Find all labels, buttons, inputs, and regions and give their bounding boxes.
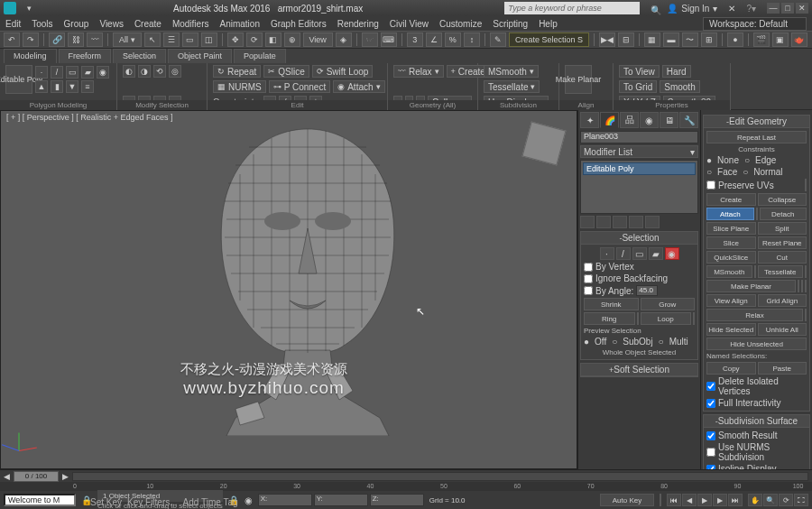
- rollout-edit-geometry-header[interactable]: - Edit Geometry: [704, 116, 809, 128]
- preserve-uvs-checkbox[interactable]: Preserve UVs□: [706, 179, 807, 191]
- bind-spacewarp-button[interactable]: 〰: [87, 32, 103, 47]
- next-frame-button[interactable]: ▶: [713, 494, 727, 506]
- planar-x[interactable]: X: [798, 280, 799, 292]
- so-poly[interactable]: ▰: [81, 66, 94, 79]
- so-vertex[interactable]: ·: [35, 66, 48, 79]
- sel-element[interactable]: ◉: [665, 247, 679, 260]
- select-object-button[interactable]: ↖: [144, 32, 161, 47]
- make-unique-button[interactable]: [613, 216, 627, 228]
- sel-border[interactable]: ▭: [632, 247, 647, 260]
- prev-frame-button[interactable]: ◀: [682, 494, 697, 506]
- modifier-stack[interactable]: Editable Poly: [580, 160, 698, 214]
- repeat-last-button[interactable]: Repeat Last: [706, 131, 807, 143]
- swift-loop-button[interactable]: ⟳ Swift Loop: [312, 65, 374, 78]
- menu-animation[interactable]: Animation: [219, 19, 259, 29]
- hard-button[interactable]: Hard: [662, 65, 691, 78]
- preview-multi[interactable]: Multi: [669, 337, 688, 347]
- to-grid-button[interactable]: To Grid: [619, 80, 657, 93]
- ribbon-tab-object-paint[interactable]: Object Paint: [168, 49, 232, 63]
- set-key-button[interactable]: Set Key: [90, 497, 122, 507]
- show-end[interactable]: ▮: [51, 80, 63, 93]
- tessellate-button[interactable]: Tessellate: [758, 265, 804, 278]
- detach-button[interactable]: Detach: [760, 208, 807, 220]
- viewport-label[interactable]: [ + ] [ Perspective ] [ Realistic + Edge…: [6, 113, 173, 122]
- ms-shrink[interactable]: ◑: [138, 65, 151, 78]
- goto-start-button[interactable]: ⏮: [667, 494, 681, 506]
- loop-button[interactable]: Loop: [641, 312, 692, 325]
- tab-motion[interactable]: ◉: [640, 112, 659, 128]
- view-align-button[interactable]: View Align: [706, 294, 756, 307]
- key-filter-dropdown[interactable]: Selected: [660, 494, 661, 506]
- mirror-button[interactable]: ▶◀: [599, 32, 615, 47]
- menu-scripting[interactable]: Scripting: [493, 19, 528, 29]
- search-icon[interactable]: 🔍: [651, 5, 656, 11]
- unlink-button[interactable]: ⛓: [68, 32, 84, 47]
- angle-snap-button[interactable]: ∠: [426, 32, 442, 47]
- help-icon[interactable]: ?▾: [746, 4, 756, 14]
- attach-button[interactable]: Attach: [706, 208, 754, 220]
- relax-button-ribbon[interactable]: 〰 Relax ▾: [393, 65, 444, 78]
- rollout-soft-selection-header[interactable]: + Soft Selection: [581, 364, 697, 376]
- cut-button[interactable]: Cut: [758, 251, 807, 264]
- editable-poly-mode[interactable]: Editable Poly: [5, 65, 32, 94]
- to-view-button[interactable]: To View: [619, 65, 660, 78]
- grid-align-button[interactable]: Grid Align: [758, 294, 807, 307]
- preview-off[interactable]: Off: [595, 337, 606, 347]
- maxscript-listener[interactable]: [4, 494, 76, 506]
- undo-button[interactable]: ↶: [4, 32, 20, 47]
- edit-named-sel-button[interactable]: ✎: [490, 32, 506, 47]
- preview-subobj[interactable]: SubObj: [623, 337, 652, 347]
- coord-x[interactable]: X:: [258, 494, 312, 506]
- slice-button[interactable]: Slice: [706, 236, 756, 249]
- so-element[interactable]: ◉: [97, 66, 109, 79]
- qslice-button[interactable]: ✂ QSlice: [263, 65, 309, 78]
- auto-key-button[interactable]: Auto Key: [600, 494, 654, 506]
- selection-lock-icon[interactable]: ◉: [245, 495, 253, 505]
- menu-views[interactable]: Views: [99, 19, 124, 29]
- move-button[interactable]: ✥: [227, 32, 244, 47]
- add-time-tag-button[interactable]: Add Time Tag: [183, 497, 238, 507]
- menu-modifiers[interactable]: Modifiers: [172, 19, 209, 29]
- window-crossing-button[interactable]: ◫: [201, 32, 217, 47]
- by-angle-checkbox[interactable]: [584, 286, 593, 295]
- ref-coord-dropdown[interactable]: View: [303, 32, 333, 47]
- sign-in-button[interactable]: 👤Sign In▾: [667, 4, 717, 14]
- render-frame-button[interactable]: ▣: [772, 32, 789, 47]
- con-normal-radio[interactable]: Normal: [753, 167, 782, 177]
- exchange-icon[interactable]: ✕: [728, 4, 735, 14]
- prev-mod[interactable]: ▲: [35, 80, 48, 93]
- menu-civil-view[interactable]: Civil View: [390, 19, 429, 29]
- named-selection-dropdown[interactable]: Create Selection S: [509, 32, 589, 47]
- manipulate-button[interactable]: ☞: [362, 32, 378, 47]
- so-border[interactable]: ▭: [66, 66, 78, 79]
- make-planar-button[interactable]: Make Planar: [706, 280, 796, 292]
- scale-button[interactable]: ◧: [265, 32, 281, 47]
- ribbon-tab-modeling[interactable]: Modeling: [4, 49, 57, 63]
- msmooth-button[interactable]: MSmooth: [706, 265, 752, 278]
- curve-editor-button[interactable]: 〜: [682, 32, 698, 47]
- coord-z[interactable]: Z:: [370, 494, 424, 506]
- tab-display[interactable]: 🖥: [660, 112, 678, 128]
- ms-loop[interactable]: ⟲: [153, 65, 166, 78]
- planar-y[interactable]: Y: [801, 280, 803, 292]
- split-button[interactable]: Split: [758, 222, 807, 235]
- menu-rendering[interactable]: Rendering: [337, 19, 379, 29]
- minimize-button[interactable]: —: [767, 3, 780, 14]
- render-setup-button[interactable]: 🎬: [753, 32, 770, 47]
- ring-button[interactable]: Ring: [584, 312, 635, 325]
- stack-item-editable-poly[interactable]: Editable Poly: [583, 162, 696, 175]
- placement-button[interactable]: ⊕: [284, 32, 300, 47]
- rollout-selection-header[interactable]: - Selection: [581, 232, 697, 245]
- menu-tools[interactable]: Tools: [32, 19, 52, 29]
- by-vertex-checkbox[interactable]: By Vertex: [584, 262, 695, 272]
- viewcube[interactable]: [522, 122, 567, 166]
- full-interactivity-checkbox[interactable]: Full Interactivity: [706, 398, 807, 408]
- ms-ring[interactable]: ◎: [169, 65, 181, 78]
- menu-edit[interactable]: Edit: [5, 19, 21, 29]
- collapse-button[interactable]: Collapse: [758, 193, 807, 206]
- toggle-stack[interactable]: ≡: [81, 80, 94, 93]
- goto-end-button[interactable]: ⏭: [728, 494, 743, 506]
- hide-unselected-button[interactable]: Hide Unselected: [706, 338, 807, 350]
- make-planar-big[interactable]: Make Planar: [565, 65, 592, 94]
- link-button[interactable]: 🔗: [49, 32, 65, 47]
